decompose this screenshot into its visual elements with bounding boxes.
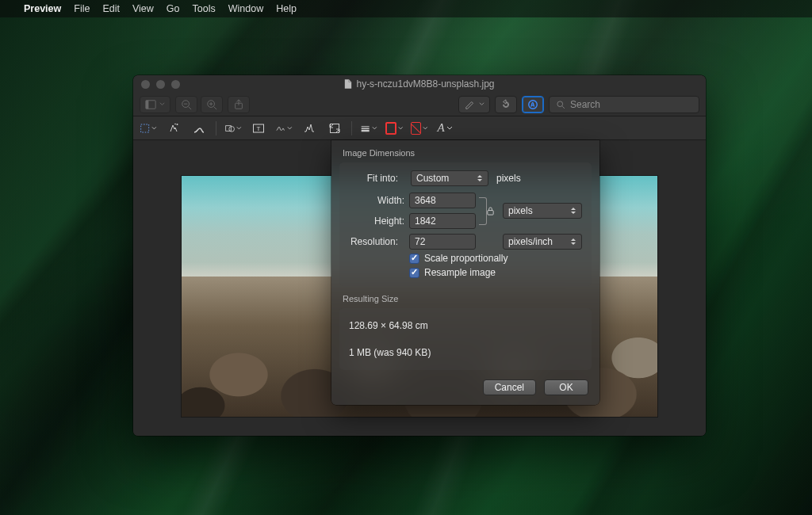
app-menu[interactable]: Preview (24, 3, 61, 14)
ok-button[interactable]: OK (544, 380, 588, 395)
window-title: hy-s-nczu1dvM8B8-unsplash.jpg (356, 78, 494, 90)
window-close-button[interactable] (141, 80, 150, 89)
resample-image-label: Resample image (424, 267, 496, 278)
search-placeholder: Search (570, 99, 600, 110)
share-button[interactable] (228, 96, 250, 113)
svg-line-12 (562, 106, 565, 109)
height-field[interactable] (409, 213, 476, 229)
window-minimize-button[interactable] (156, 80, 165, 89)
resulting-filesize: 1 MB (was 940 KB) (349, 347, 582, 358)
file-icon (344, 79, 352, 89)
menu-edit[interactable]: Edit (102, 3, 120, 14)
fit-into-unit: pixels (496, 173, 582, 184)
instant-alpha-button[interactable] (165, 120, 182, 137)
svg-point-14 (177, 124, 178, 125)
document-canvas-area: Image Dimensions Fit into: Custom pixels… (133, 140, 706, 436)
text-button[interactable]: T (250, 120, 267, 137)
sign-button[interactable] (275, 120, 293, 137)
menu-bar: Preview File Edit View Go Tools Window H… (0, 0, 812, 17)
adjust-size-dialog: Image Dimensions Fit into: Custom pixels… (331, 140, 599, 405)
resolution-label: Resolution: (349, 236, 398, 247)
zoom-out-button[interactable] (175, 96, 197, 113)
fit-into-label: Fit into: (349, 173, 398, 184)
window-toolbar: Search (133, 93, 706, 116)
markup-toggle-button[interactable] (522, 96, 544, 113)
zoom-in-button[interactable] (201, 96, 223, 113)
window-zoom-button[interactable] (171, 80, 180, 89)
section-image-dimensions: Image Dimensions (343, 148, 599, 158)
menu-go[interactable]: Go (167, 3, 180, 14)
shapes-button[interactable] (224, 120, 242, 137)
resample-image-checkbox[interactable] (409, 268, 419, 278)
fill-color-swatch (411, 122, 421, 135)
resulting-dimensions: 128.69 × 64.98 cm (349, 320, 582, 331)
menu-view[interactable]: View (132, 3, 154, 14)
svg-point-10 (529, 100, 538, 109)
window-titlebar[interactable]: hy-s-nczu1dvM8B8-unsplash.jpg (133, 75, 706, 93)
cancel-button[interactable]: Cancel (483, 380, 536, 395)
height-label: Height: (349, 216, 404, 227)
scale-proportionally-checkbox[interactable] (409, 254, 419, 264)
adjust-color-button[interactable] (301, 120, 318, 137)
lock-aspect-icon[interactable] (486, 206, 495, 216)
dimension-unit-select[interactable]: pixels (503, 203, 582, 219)
search-field[interactable]: Search (549, 96, 699, 113)
svg-rect-13 (141, 124, 149, 132)
svg-line-3 (189, 106, 192, 109)
menu-window[interactable]: Window (228, 3, 263, 14)
text-style-button[interactable]: A (436, 120, 454, 137)
svg-line-6 (214, 106, 217, 109)
resolution-field[interactable] (409, 234, 476, 250)
border-color-swatch (385, 122, 396, 135)
svg-point-11 (557, 101, 563, 106)
preview-window: hy-s-nczu1dvM8B8-unsplash.jpg (133, 75, 706, 436)
selection-tool-button[interactable] (140, 120, 157, 137)
border-color-button[interactable] (385, 120, 403, 137)
svg-rect-1 (146, 100, 149, 109)
fit-into-select[interactable]: Custom (411, 170, 488, 186)
width-label: Width: (349, 195, 404, 206)
menu-file[interactable]: File (74, 3, 90, 14)
menu-tools[interactable]: Tools (193, 3, 216, 14)
section-resulting-size: Resulting Size (343, 294, 599, 303)
highlight-button[interactable] (458, 96, 490, 113)
svg-point-15 (174, 123, 176, 124)
svg-rect-24 (487, 210, 492, 215)
search-icon (556, 100, 565, 109)
scale-proportionally-label: Scale proportionally (424, 253, 508, 264)
markup-toolbar: T A (133, 116, 706, 140)
menu-help[interactable]: Help (276, 3, 297, 14)
width-field[interactable] (409, 193, 476, 208)
resolution-unit-select[interactable]: pixels/inch (503, 234, 582, 250)
sketch-button[interactable] (190, 120, 208, 137)
fill-color-button[interactable] (411, 120, 428, 137)
rotate-button[interactable] (495, 96, 517, 113)
adjust-size-button[interactable] (326, 120, 343, 137)
view-sidebar-button[interactable] (140, 96, 170, 113)
shape-style-button[interactable] (360, 120, 377, 137)
svg-text:T: T (257, 125, 261, 132)
svg-point-17 (229, 126, 235, 132)
